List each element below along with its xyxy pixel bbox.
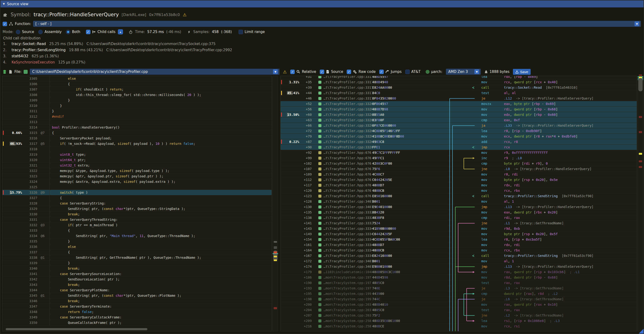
source-line[interactable]: 3318 — [2, 147, 272, 152]
asm-row[interactable]: +99…t\TracyProfiler.hpp:67649FFC1incr9 ;… — [280, 156, 637, 161]
asm-row[interactable]: 45.41%+44…t\TracyProfiler.cpp:331784C0te… — [280, 90, 637, 96]
raw-code-checkbox[interactable]: ✓ Raw code — [347, 70, 376, 74]
asm-row[interactable]: +138…t\TracyProfiler.cpp:3332483BF8cmprd… — [280, 215, 637, 220]
source-line[interactable]: 3306 { — [2, 81, 272, 87]
source-line[interactable]: 3344 case ServerQueryPlotName: — [2, 288, 272, 293]
asm-row[interactable]: +66…t\TracyProfiler.cpp:33260F87CE060000… — [280, 123, 637, 128]
source-line[interactable]: 3325 — [2, 184, 272, 190]
relative-checkbox[interactable]: ✓ Relative — [290, 70, 316, 74]
uarch-select[interactable]: AMD Zen 3 ▼ — [446, 69, 481, 75]
save-button[interactable]: Save — [513, 69, 530, 75]
asm-row[interactable]: +141…t\TracyProfiler.cpp:33327524jne.L1 … — [280, 220, 637, 226]
source-line[interactable]: 3307 if( shouldExit ) return; — [2, 87, 272, 92]
att-checkbox[interactable]: AT&T — [405, 70, 420, 74]
jumps-checkbox[interactable]: ✓ Jumps — [379, 70, 402, 74]
asm-row[interactable]: +128…t\TracyProfiler.cpp:3401B001moval, … — [280, 199, 637, 204]
source-line[interactable]: 3341 case ServerQuerySourceLocation: — [2, 271, 272, 277]
assembly-vscrollbar[interactable] — [638, 76, 643, 332]
source-vscrollbar[interactable] — [272, 76, 278, 332]
source-line[interactable]: 3305 else — [2, 76, 272, 81]
source-line[interactable]: 3340 break; — [2, 266, 272, 271]
asm-row[interactable]: +123…t\TracyProfiler.hpp:676E850160000ca… — [280, 193, 637, 199]
source-line[interactable]: 3324 memcpy( &extra, &payload.extra, siz… — [2, 179, 272, 184]
source-line[interactable]: 3316 ServerQueryPacket payload; — [2, 136, 272, 141]
source-pane[interactable]: 3305 else3306 {3307 if( shouldExit ) ret… — [2, 76, 272, 332]
asm-row[interactable]: +164…t\TracyProfiler.cpp:3334488BCBmovrc… — [280, 248, 637, 253]
asm-row[interactable]: +120…t\TracyProfiler.hpp:676488BCBmovrcx… — [280, 188, 637, 193]
source-line[interactable]: 3337 { — [2, 250, 272, 255]
asm-row[interactable]: +167…t\TracyProfiler.cpp:3334E824160000c… — [280, 253, 637, 259]
source-line[interactable]: 3349 case ServerQueryCallstackFrame: — [2, 315, 272, 320]
child-call-item[interactable]: 1.tracy::Socket::Read25.25 ms (54.89%)C:… — [3, 42, 641, 48]
chevron-down-icon[interactable]: ▼ — [474, 69, 479, 74]
chevron-down-icon[interactable]: ▼ — [634, 21, 639, 26]
assembly-pane[interactable]: +31…t\TracyProfiler.cpp:3317488D5597lear… — [280, 76, 637, 332]
source-line[interactable]: 3321 uint32_t extra; — [2, 163, 272, 168]
source-line[interactable]: 3339 } — [2, 260, 272, 266]
asm-row[interactable]: +79…t\TracyProfiler.cpp:3326418B8C80E0BF… — [280, 134, 637, 139]
asm-row[interactable]: +102…t\TracyProfiler.hpp:67642803C0F00cm… — [280, 161, 637, 166]
source-line[interactable]: 3338@1 SendString( ptr, GetThreadName( p… — [2, 255, 272, 260]
asm-row[interactable]: +56…t\TracyProfiler.cpp:3326488B7D98movr… — [280, 107, 637, 112]
resize-grip[interactable] — [639, 329, 644, 334]
source-line[interactable]: 3335 } — [2, 239, 272, 244]
asm-row[interactable]: +179…1103\include\atomic:1048488B05B63C1… — [280, 269, 637, 275]
asm-row[interactable]: +135…t\TracyProfiler.cpp:33328B4320movea… — [280, 210, 637, 215]
asm-row[interactable]: +52…t\TracyProfiler.cpp:33260FB64597movz… — [280, 101, 637, 107]
source-line[interactable]: 15.79%3326@9 switch( type ) — [2, 190, 272, 195]
source-line[interactable]: 3345@1 SendString( ptr, (const char*)ptr… — [2, 293, 272, 298]
source-line[interactable]: 3311} — [2, 109, 272, 114]
asm-row[interactable]: +161…t\TracyProfiler.cpp:3334488BD7movrd… — [280, 242, 637, 248]
source-line[interactable]: 3333 { — [2, 228, 272, 233]
source-line[interactable]: 3312#endif — [2, 114, 272, 119]
asm-row[interactable]: 1.31%+35…t\TracyProfiler.cpp:3317488B494… — [280, 79, 637, 85]
child-call-item[interactable]: 4.KeSynchronizeExecution125 µs (0.27%) — [3, 60, 641, 66]
source-line[interactable]: 3347 case ServerQueryTerminate: — [2, 304, 272, 309]
chevron-down-icon[interactable]: ▼ — [273, 69, 278, 74]
source-line[interactable]: 3334@6 SendString( ptr, "Main thread", 1… — [2, 233, 272, 239]
source-line[interactable]: 3343 break; — [2, 282, 272, 288]
asm-row[interactable]: +31…t\TracyProfiler.cpp:3317488D5597lear… — [280, 76, 637, 79]
source-line[interactable]: 3342 SendSourceLocation( ptr ); — [2, 277, 272, 282]
asm-row[interactable]: +39…t\TracyProfiler.cpp:3317E824AA0000ca… — [280, 85, 637, 90]
source-line[interactable]: 3314bool Profiler::HandleServerQuery() — [2, 125, 272, 130]
asm-row[interactable]: +195…mon\TracySystem.cpp:199443900cmpdwo… — [280, 291, 637, 297]
asm-row[interactable]: +186…mon\TracySystem.cpp:197448B4598movr… — [280, 275, 637, 280]
file-select[interactable]: C:\Users\wolf\Desktop\darkrl\contrib\tra… — [30, 69, 279, 75]
asm-row[interactable]: +112…t\TracyProfiler.hpp:676C64424205Emo… — [280, 177, 637, 182]
source-line[interactable]: 3332@3 if( ptr == m_mainThread ) — [2, 222, 272, 228]
source-line[interactable]: 3308 std::this_thread::sleep_for( std::c… — [2, 92, 272, 98]
function-select[interactable]: [ - self - ] ▼ — [33, 21, 641, 27]
asm-row[interactable]: +117…t\TracyProfiler.hpp:676488BD7movrdx… — [280, 182, 637, 188]
source-line[interactable]: 3346 break; — [2, 298, 272, 304]
mode-radio-assembly[interactable]: Assembly — [38, 30, 62, 34]
mode-radio-source[interactable]: Source — [16, 30, 34, 34]
asm-row[interactable]: +149…t\TracyProfiler.cpp:3334C64424205Fm… — [280, 231, 637, 237]
titlebar[interactable]: ▼ Source view — [0, 0, 644, 7]
asm-row[interactable]: 0.22%+87…t\TracyProfiler.cpp:33264903C8a… — [280, 139, 637, 145]
assembly-scroll-thumb[interactable] — [638, 78, 642, 91]
asm-row[interactable]: 15.50%+60…t\TracyProfiler.cpp:33268B55A0… — [280, 112, 637, 118]
source-hscrollbar-thumb[interactable] — [6, 328, 147, 330]
asm-row[interactable]: +109…t\TracyProfiler.hpp:6764C8BC7movr8,… — [280, 172, 637, 177]
asm-row[interactable]: +143…t\TracyProfiler.cpp:333441B90B00000… — [280, 226, 637, 231]
asm-row[interactable]: +190…mon\TracySystem.cpp:1974885C0testra… — [280, 280, 637, 286]
child-call-item[interactable]: 3.stat64i32625 µs (1.36%) — [3, 54, 641, 60]
asm-row[interactable]: +200…mon\TracySystem.cpp:203488B4010movr… — [280, 302, 637, 307]
source-line[interactable]: 0.66%3315@7{ — [2, 130, 272, 136]
source-line[interactable]: 3348 return false; — [2, 309, 272, 315]
asm-row[interactable]: +172…t\TracyProfiler.cpp:3401B001moval, … — [280, 259, 637, 264]
source-line[interactable]: 3323 memcpy( &ptr, &payload.ptr, sizeof(… — [2, 173, 272, 179]
function-checkbox[interactable]: ✓ — [2, 22, 7, 26]
asm-row[interactable]: +90…t\TracyProfiler.cpp:3326FFE1jmprcx — [280, 145, 637, 150]
source-line[interactable]: 3329 SendString( ptr, (const char*)ptr, … — [2, 206, 272, 212]
limit-range-checkbox[interactable]: Limit range — [238, 30, 265, 34]
asm-row[interactable]: +46…t\TracyProfiler.cpp:33170F8435020000… — [280, 96, 637, 101]
asm-row[interactable]: +130…t\TracyProfiler.cpp:3401E9E4010000j… — [280, 204, 637, 210]
mode-radio-both[interactable]: Both — [66, 30, 80, 34]
source-line[interactable]: 3328 case ServerQueryString: — [2, 201, 272, 206]
source-line[interactable]: 3350 QueueCallstackFrame( ptr ); — [2, 320, 272, 326]
source-line[interactable]: 3320 uint64_t ptr; — [2, 157, 272, 163]
source-line[interactable]: 3313 — [2, 119, 272, 125]
source-checkbox[interactable]: ✓ Source — [320, 70, 343, 74]
